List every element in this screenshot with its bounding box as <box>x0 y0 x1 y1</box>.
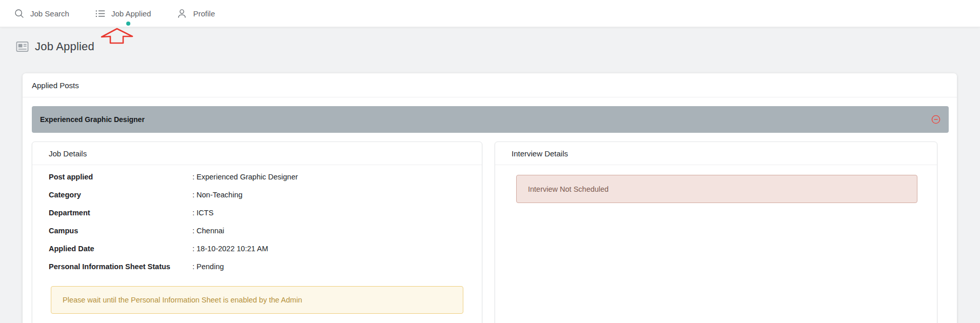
accordion-title: Experienced Graphic Designer <box>40 115 145 124</box>
detail-label: Personal Information Sheet Status <box>49 261 192 272</box>
detail-value: : 18-10-2022 10:21 AM <box>192 244 268 254</box>
detail-value: : Pending <box>192 261 224 272</box>
interview-details-header: Interview Details <box>495 142 937 165</box>
detail-row-category: Category : Non-Teaching <box>49 190 473 200</box>
detail-value: : Chennai <box>192 226 224 236</box>
active-tab-indicator-dot <box>126 22 130 26</box>
page-title: Job Applied <box>35 40 94 53</box>
pis-pending-notice: Please wait until the Personal Informati… <box>51 286 463 314</box>
pis-pending-notice-text: Please wait until the Personal Informati… <box>63 296 302 304</box>
accordion-header-experienced-graphic-designer[interactable]: Experienced Graphic Designer <box>32 106 949 133</box>
minus-circle-icon <box>931 115 940 124</box>
top-nav: Job Search Job Applied Profile <box>0 0 980 27</box>
detail-label: Campus <box>49 226 192 236</box>
detail-value: : Experienced Graphic Designer <box>192 172 298 183</box>
applied-posts-card: Applied Posts Experienced Graphic Design… <box>23 73 957 323</box>
detail-row-campus: Campus : Chennai <box>49 226 473 236</box>
nav-item-label: Profile <box>193 9 215 18</box>
detail-value: : ICTS <box>192 208 213 218</box>
nav-item-job-applied[interactable]: Job Applied <box>95 0 151 27</box>
list-icon <box>95 8 106 19</box>
red-up-arrow-annotation <box>100 28 134 44</box>
detail-label: Applied Date <box>49 244 192 254</box>
interview-details-panel: Interview Details Interview Not Schedule… <box>495 142 937 323</box>
detail-row-pis-status: Personal Information Sheet Status : Pend… <box>49 261 473 272</box>
nav-item-label: Job Applied <box>111 9 151 18</box>
person-icon <box>177 8 187 19</box>
nav-item-profile[interactable]: Profile <box>177 0 215 27</box>
job-details-panel: Job Details Post applied : Experienced G… <box>32 142 482 323</box>
detail-label: Department <box>49 208 192 218</box>
job-details-body: Post applied : Experienced Graphic Desig… <box>32 165 482 314</box>
detail-row-post-applied: Post applied : Experienced Graphic Desig… <box>49 172 473 183</box>
interview-status-box: Interview Not Scheduled <box>516 175 917 203</box>
detail-label: Category <box>49 190 192 200</box>
detail-row-applied-date: Applied Date : 18-10-2022 10:21 AM <box>49 244 473 254</box>
search-icon <box>14 8 25 19</box>
nav-item-job-search[interactable]: Job Search <box>14 0 69 27</box>
page-title-row: Job Applied <box>0 27 980 53</box>
accordion-body: Job Details Post applied : Experienced G… <box>23 133 957 323</box>
applied-posts-header: Applied Posts <box>23 73 957 97</box>
detail-value: : Non-Teaching <box>192 190 243 200</box>
nav-item-label: Job Search <box>30 9 69 18</box>
interview-status-text: Interview Not Scheduled <box>528 185 609 193</box>
job-details-header: Job Details <box>32 142 482 165</box>
collapse-button[interactable] <box>931 115 940 124</box>
detail-label: Post applied <box>49 172 192 183</box>
newspaper-icon <box>16 41 29 52</box>
detail-row-department: Department : ICTS <box>49 208 473 218</box>
